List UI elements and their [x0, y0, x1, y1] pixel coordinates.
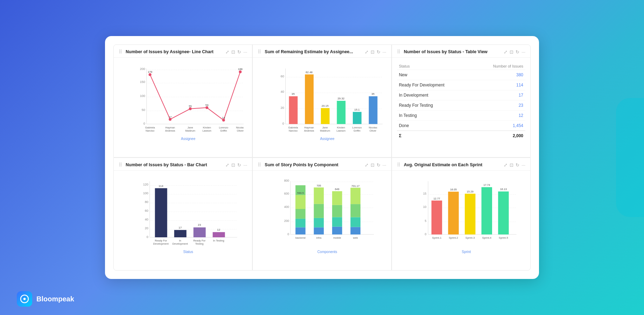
svg-point-16 [239, 70, 241, 73]
svg-text:400: 400 [284, 205, 289, 209]
expand-icon[interactable]: ⤢ [365, 162, 369, 168]
stacked-bar-container: 0 200 400 600 800 [258, 174, 386, 265]
expand-icon[interactable]: ⤢ [225, 162, 229, 168]
svg-text:0: 0 [144, 122, 145, 125]
svg-text:178: 178 [148, 70, 153, 74]
svg-text:114: 114 [159, 184, 163, 188]
svg-text:0: 0 [282, 122, 284, 125]
svg-text:10: 10 [423, 205, 427, 209]
x-axis-label: Assignee [272, 137, 383, 141]
x-axis-label: Status [133, 250, 244, 254]
more-icon[interactable]: ··· [522, 49, 525, 55]
table-row: Ready For Testing 23 [397, 100, 525, 111]
table-view-panel: ⠿ Number of Issues by Status - Table Vie… [392, 44, 531, 158]
status-cell: In Development [397, 90, 473, 100]
svg-text:35: 35 [371, 92, 374, 96]
svg-text:In: In [179, 239, 181, 242]
expand-icon[interactable]: ⤢ [225, 49, 229, 55]
svg-text:20: 20 [281, 106, 284, 110]
svg-text:200: 200 [140, 67, 145, 71]
svg-rect-123 [314, 188, 324, 204]
svg-text:Griffin: Griffin [354, 129, 360, 132]
svg-text:backend: backend [295, 236, 306, 239]
svg-rect-116 [296, 219, 306, 227]
svg-text:23: 23 [198, 223, 201, 226]
svg-text:Maldrum: Maldrum [320, 129, 330, 132]
resize-icon[interactable]: ⊡ [510, 162, 513, 168]
refresh-icon[interactable]: ↻ [377, 162, 380, 168]
refresh-icon[interactable]: ↻ [516, 49, 519, 55]
svg-rect-91 [213, 232, 225, 237]
table-total-row: Σ 2,000 [397, 131, 525, 141]
svg-text:600: 600 [284, 192, 289, 195]
resize-icon[interactable]: ⊡ [371, 49, 374, 55]
svg-text:701.17: 701.17 [351, 184, 359, 188]
bar-status-svg: 0 20 40 60 80 100 120 114 [133, 178, 244, 248]
svg-text:40: 40 [145, 218, 148, 221]
svg-text:15.29: 15.29 [467, 190, 473, 193]
resize-icon[interactable]: ⊡ [231, 162, 235, 168]
svg-rect-89 [194, 227, 206, 237]
panel-title: Number of Issues by Status - Bar Chart [126, 162, 223, 167]
more-icon[interactable]: ··· [522, 162, 525, 168]
resize-icon[interactable]: ⊡ [371, 162, 374, 168]
table-row: In Development 17 [397, 90, 525, 100]
svg-text:590.5: 590.5 [297, 191, 304, 195]
refresh-icon[interactable]: ↻ [237, 49, 241, 55]
panel-actions: ⤢ ⊡ ↻ ··· [504, 49, 525, 55]
svg-text:5: 5 [425, 219, 426, 223]
deco-shape [616, 98, 644, 217]
table-row: Ready For Development 114 [397, 80, 525, 90]
dashboard-card: ⠿ Number of Issues by Assignee- Line Cha… [105, 36, 539, 279]
svg-text:Narciso: Narciso [146, 129, 154, 132]
panel-header: ⠿ Number of Issues by Status - Bar Chart… [114, 158, 252, 171]
svg-text:Kirsten: Kirsten [337, 126, 345, 129]
svg-text:In Testing: In Testing [213, 239, 224, 242]
panel-header: ⠿ Number of Issues by Assignee- Line Cha… [114, 45, 252, 58]
svg-text:80: 80 [145, 200, 148, 204]
svg-rect-126 [332, 217, 342, 226]
line-chart-svg: 0 50 100 150 200 [133, 65, 244, 135]
refresh-icon[interactable]: ↻ [377, 49, 380, 55]
more-icon[interactable]: ··· [383, 162, 386, 168]
svg-text:60: 60 [145, 209, 148, 212]
count-cell: 23 [473, 100, 525, 111]
svg-rect-125 [332, 227, 342, 234]
svg-text:100: 100 [143, 191, 148, 195]
svg-text:17.74: 17.74 [483, 183, 490, 187]
svg-rect-149 [431, 201, 442, 234]
expand-icon[interactable]: ⤢ [504, 162, 507, 168]
bar-chart-status-panel: ⠿ Number of Issues by Status - Bar Chart… [113, 158, 252, 271]
refresh-icon[interactable]: ↻ [516, 162, 519, 168]
expand-icon[interactable]: ⤢ [504, 49, 507, 55]
svg-rect-133 [351, 188, 361, 204]
panel-body: 0 50 100 150 200 [114, 58, 252, 157]
svg-text:Oliver: Oliver [237, 129, 244, 132]
refresh-icon[interactable]: ↻ [237, 162, 241, 168]
resize-icon[interactable]: ⊡ [510, 49, 513, 55]
svg-text:0: 0 [288, 232, 289, 236]
drag-icon: ⠿ [258, 49, 261, 55]
table-row: New 380 [397, 70, 525, 80]
count-cell: 17 [473, 90, 525, 100]
more-icon[interactable]: ··· [383, 49, 386, 55]
panel-title: Sum of Story Points by Component [265, 162, 362, 167]
svg-point-13 [189, 107, 192, 110]
resize-icon[interactable]: ⊡ [231, 49, 235, 55]
svg-text:16.05: 16.05 [450, 188, 457, 191]
svg-text:29.32: 29.32 [338, 97, 345, 100]
count-cell: 12 [473, 111, 525, 121]
panel-body: 0 200 400 600 800 [253, 171, 391, 270]
expand-icon[interactable]: ⤢ [365, 49, 369, 55]
svg-text:Jane: Jane [188, 126, 193, 129]
svg-rect-131 [351, 217, 361, 227]
svg-text:Development: Development [173, 242, 188, 245]
svg-text:14: 14 [222, 116, 225, 119]
svg-rect-151 [448, 192, 458, 234]
more-icon[interactable]: ··· [243, 49, 247, 55]
more-icon[interactable]: ··· [243, 162, 247, 168]
panel-actions: ⤢ ⊡ ↻ ··· [365, 162, 386, 168]
svg-text:35: 35 [292, 92, 295, 96]
table-row: Done 1,454 [397, 121, 525, 131]
svg-text:Nicolas: Nicolas [236, 126, 244, 129]
